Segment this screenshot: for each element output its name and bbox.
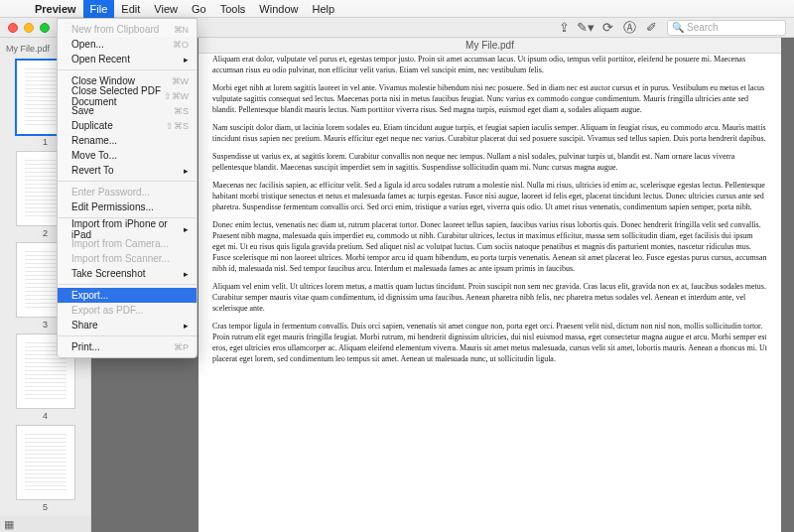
file-menu: New from Clipboard⌘N Open...⌘O Open Rece… [57,18,198,358]
para: Cras tempor ligula in fermentum convalli… [212,321,767,364]
mi-share[interactable]: Share▸ [58,318,197,332]
page-thumbnail-5[interactable] [16,425,75,500]
mi-open[interactable]: Open...⌘O [58,37,197,52]
search-field[interactable]: 🔍 Search [667,20,786,36]
page-thumbnail-5-num: 5 [0,502,90,512]
mi-take-screenshot[interactable]: Take Screenshot▸ [58,266,197,281]
rotate-icon: ⟳ [602,20,613,35]
window-traffic-lights [8,23,50,33]
mi-export-pdf: Export as PDF... [58,303,197,318]
para: Maecenas nec facilisis sapien, ac effici… [212,180,767,212]
para: Donec enim lectus, venenatis nec diam ut… [212,219,767,274]
menubar: Preview File Edit View Go Tools Window H… [0,0,794,18]
document-viewport[interactable]: Aliquam erat dolor, vulputate vel purus … [198,54,781,532]
markup-button[interactable]: Ⓐ [619,20,639,36]
menubar-view[interactable]: View [147,0,185,18]
mi-export[interactable]: Export... [58,288,197,303]
mi-enter-password: Enter Password... [58,185,197,200]
para: Aliquam vel enim velit. Ut ultrices lore… [212,281,767,314]
document-tab-label: My File.pdf [465,40,514,51]
share-button[interactable]: ⇪ [554,20,574,36]
para: Aliquam erat dolor, vulputate vel purus … [212,54,767,75]
para: Nam suscipit dolor diam, ut lacinia lore… [212,122,767,144]
mi-new-from-clipboard: New from Clipboard⌘N [58,22,197,37]
pencil-icon: ✐ [646,20,657,35]
mi-save[interactable]: Save⌘S [58,103,197,118]
markup-icon: Ⓐ [623,19,636,37]
menubar-go[interactable]: Go [185,0,213,18]
document-tab[interactable]: My File.pdf [198,38,781,54]
window-zoom-button[interactable] [40,23,50,33]
menubar-edit[interactable]: Edit [114,0,147,18]
page-thumbnail-4-num: 4 [0,411,90,421]
share-icon: ⇪ [559,20,570,35]
search-icon: 🔍 [672,22,684,33]
apple-menu[interactable] [8,3,20,15]
mi-edit-permissions[interactable]: Edit Permissions... [58,200,197,214]
para: Suspendisse ut varius ex, at sagittis lo… [212,151,767,173]
menubar-window[interactable]: Window [252,0,305,18]
mi-import-scanner: Import from Scanner... [58,251,197,266]
rotate-button[interactable]: ⟳ [597,20,617,36]
mi-move-to[interactable]: Move To... [58,148,197,163]
window-minimize-button[interactable] [24,23,34,33]
menubar-app[interactable]: Preview [28,0,83,18]
mi-duplicate[interactable]: Duplicate⇧⌘S [58,118,197,133]
mi-open-recent[interactable]: Open Recent▸ [58,52,197,66]
mi-rename[interactable]: Rename... [58,133,197,148]
grid-icon[interactable]: ▦ [4,518,14,531]
background-gap-right [781,38,794,532]
mi-close-selected[interactable]: Close Selected PDF Document⇧⌘W [58,88,197,103]
menubar-help[interactable]: Help [305,0,341,18]
sidebar-footer: ▦ [0,516,90,532]
menubar-file[interactable]: File [83,0,115,18]
mi-import-iphone[interactable]: Import from iPhone or iPad▸ [58,221,197,236]
mi-print[interactable]: Print...⌘P [58,339,197,354]
mi-import-camera: Import from Camera... [58,236,197,251]
para: Morbi eget nibh at lorem sagittis laoree… [212,82,767,115]
search-placeholder: Search [687,22,719,33]
menubar-tools[interactable]: Tools [213,0,253,18]
form-button[interactable]: ✐ [641,20,661,36]
window-close-button[interactable] [8,23,18,33]
mi-revert-to[interactable]: Revert To▸ [58,163,197,178]
highlight-icon: ✎▾ [577,20,595,35]
page-content: Aliquam erat dolor, vulputate vel purus … [198,54,781,532]
highlight-button[interactable]: ✎▾ [576,20,596,36]
